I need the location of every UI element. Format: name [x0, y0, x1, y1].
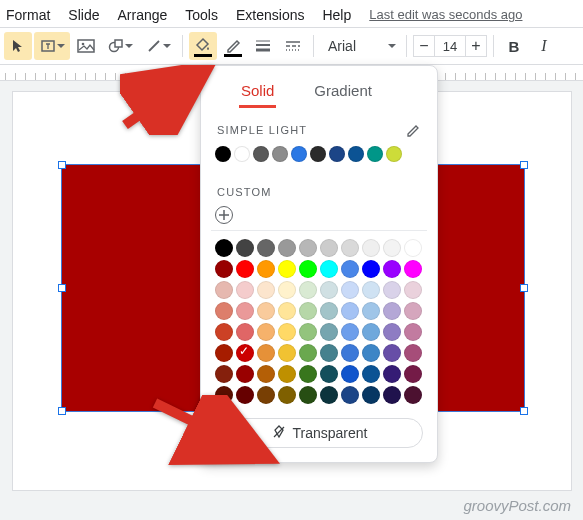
- palette-swatch[interactable]: [299, 344, 317, 362]
- resize-handle-tl[interactable]: [58, 161, 66, 169]
- menu-tools[interactable]: Tools: [185, 7, 218, 23]
- line-tool[interactable]: [140, 32, 176, 60]
- palette-swatch[interactable]: [383, 365, 401, 383]
- palette-swatch[interactable]: [299, 281, 317, 299]
- menu-help[interactable]: Help: [322, 7, 351, 23]
- palette-swatch[interactable]: [257, 302, 275, 320]
- palette-swatch[interactable]: [362, 281, 380, 299]
- palette-swatch[interactable]: [383, 386, 401, 404]
- palette-swatch[interactable]: [236, 365, 254, 383]
- palette-swatch[interactable]: [236, 302, 254, 320]
- palette-swatch[interactable]: [383, 239, 401, 257]
- palette-swatch[interactable]: [257, 281, 275, 299]
- palette-swatch[interactable]: [257, 323, 275, 341]
- theme-swatch[interactable]: [272, 146, 288, 162]
- palette-swatch[interactable]: [278, 344, 296, 362]
- theme-swatch[interactable]: [253, 146, 269, 162]
- resize-handle-bl[interactable]: [58, 407, 66, 415]
- palette-swatch[interactable]: [341, 281, 359, 299]
- border-weight-button[interactable]: [249, 32, 277, 60]
- font-size-value[interactable]: 14: [435, 35, 465, 57]
- palette-swatch[interactable]: [362, 365, 380, 383]
- palette-swatch[interactable]: [362, 302, 380, 320]
- palette-swatch[interactable]: [320, 239, 338, 257]
- palette-swatch[interactable]: [320, 386, 338, 404]
- palette-swatch[interactable]: [320, 365, 338, 383]
- resize-handle-br[interactable]: [520, 407, 528, 415]
- palette-swatch[interactable]: [299, 260, 317, 278]
- palette-swatch[interactable]: [383, 344, 401, 362]
- font-family-select[interactable]: Arial: [320, 34, 400, 58]
- palette-swatch[interactable]: [299, 365, 317, 383]
- border-color-button[interactable]: [219, 32, 247, 60]
- palette-swatch[interactable]: [215, 302, 233, 320]
- palette-swatch[interactable]: [383, 281, 401, 299]
- palette-swatch[interactable]: [383, 323, 401, 341]
- resize-handle-ml[interactable]: [58, 284, 66, 292]
- palette-swatch[interactable]: [362, 260, 380, 278]
- palette-swatch[interactable]: [299, 239, 317, 257]
- palette-swatch[interactable]: [257, 386, 275, 404]
- theme-swatch[interactable]: [386, 146, 402, 162]
- palette-swatch[interactable]: [383, 260, 401, 278]
- palette-swatch[interactable]: [299, 302, 317, 320]
- transparent-button[interactable]: Transparent: [215, 418, 423, 448]
- palette-swatch[interactable]: [320, 260, 338, 278]
- palette-swatch[interactable]: [257, 365, 275, 383]
- palette-swatch[interactable]: [278, 239, 296, 257]
- palette-swatch[interactable]: [362, 323, 380, 341]
- palette-swatch[interactable]: [215, 365, 233, 383]
- palette-swatch[interactable]: [215, 386, 233, 404]
- palette-swatch[interactable]: [404, 344, 422, 362]
- tab-gradient[interactable]: Gradient: [312, 76, 374, 108]
- palette-swatch[interactable]: [236, 281, 254, 299]
- palette-swatch[interactable]: [320, 323, 338, 341]
- palette-swatch[interactable]: [362, 386, 380, 404]
- textbox-tool[interactable]: [34, 32, 70, 60]
- palette-swatch[interactable]: [404, 386, 422, 404]
- italic-button[interactable]: I: [530, 32, 558, 60]
- palette-swatch[interactable]: [404, 239, 422, 257]
- edit-status[interactable]: Last edit was seconds ago: [369, 7, 522, 22]
- theme-swatch[interactable]: [291, 146, 307, 162]
- select-tool[interactable]: [4, 32, 32, 60]
- palette-swatch[interactable]: [341, 239, 359, 257]
- palette-swatch[interactable]: [215, 281, 233, 299]
- palette-swatch[interactable]: [341, 302, 359, 320]
- palette-swatch[interactable]: [404, 260, 422, 278]
- palette-swatch[interactable]: [236, 260, 254, 278]
- palette-swatch[interactable]: [236, 344, 254, 362]
- theme-swatch[interactable]: [215, 146, 231, 162]
- palette-swatch[interactable]: [404, 365, 422, 383]
- palette-swatch[interactable]: [383, 302, 401, 320]
- palette-swatch[interactable]: [215, 344, 233, 362]
- palette-swatch[interactable]: [341, 323, 359, 341]
- image-tool[interactable]: [72, 32, 100, 60]
- palette-swatch[interactable]: [215, 260, 233, 278]
- palette-swatch[interactable]: [278, 323, 296, 341]
- resize-handle-tr[interactable]: [520, 161, 528, 169]
- palette-swatch[interactable]: [341, 365, 359, 383]
- palette-swatch[interactable]: [215, 323, 233, 341]
- theme-swatch[interactable]: [367, 146, 383, 162]
- palette-swatch[interactable]: [278, 365, 296, 383]
- resize-handle-mr[interactable]: [520, 284, 528, 292]
- palette-swatch[interactable]: [257, 260, 275, 278]
- theme-swatch[interactable]: [329, 146, 345, 162]
- palette-swatch[interactable]: [299, 386, 317, 404]
- theme-swatch[interactable]: [234, 146, 250, 162]
- palette-swatch[interactable]: [236, 323, 254, 341]
- menu-format[interactable]: Format: [6, 7, 50, 23]
- menu-slide[interactable]: Slide: [68, 7, 99, 23]
- palette-swatch[interactable]: [299, 323, 317, 341]
- tab-solid[interactable]: Solid: [239, 76, 276, 108]
- palette-swatch[interactable]: [257, 344, 275, 362]
- palette-swatch[interactable]: [320, 302, 338, 320]
- palette-swatch[interactable]: [341, 386, 359, 404]
- theme-swatch[interactable]: [348, 146, 364, 162]
- font-size-inc[interactable]: +: [465, 35, 487, 57]
- add-custom-color-button[interactable]: [215, 206, 233, 224]
- palette-swatch[interactable]: [278, 386, 296, 404]
- palette-swatch[interactable]: [215, 239, 233, 257]
- palette-swatch[interactable]: [404, 281, 422, 299]
